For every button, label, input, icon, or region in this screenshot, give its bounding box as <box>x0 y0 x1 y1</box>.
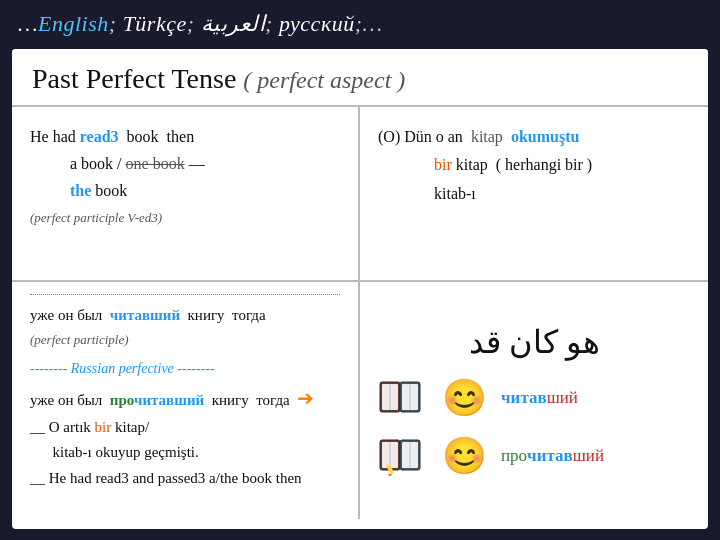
turkish-example: (O) Dün o an kitap okumuştu bir kitap ( … <box>378 123 690 209</box>
lang-english: English <box>38 11 109 36</box>
icon-row-2: 😊 прочитавший <box>378 435 604 477</box>
content-grid: He had read3 book then a book / one book… <box>12 107 708 519</box>
sep4: ;… <box>355 11 383 36</box>
ru-chitavshiy: читавший <box>110 307 180 323</box>
face-icon-1: 😊 <box>442 377 487 419</box>
face-icon-2: 😊 <box>442 435 487 477</box>
bottom-right-cell: هو كان قد 😊 читавший <box>360 282 708 518</box>
english-example: He had read3 book then a book / one book… <box>30 123 340 205</box>
tr-kitap: kitap <box>471 128 503 145</box>
russian-section: уже он был читавший книгу тогда (perfect… <box>30 303 340 491</box>
dotted-line <box>30 294 340 295</box>
icon-label-1: читавший <box>501 388 578 408</box>
the-book: the <box>70 182 91 199</box>
top-left-cell: He had read3 book then a book / one book… <box>12 107 360 283</box>
ru-prochitavshiy: про <box>110 392 134 408</box>
arabic-text: هو كان قد <box>469 323 600 361</box>
title-sub: ( perfect aspect ) <box>243 67 405 93</box>
arrow-icon: ➔ <box>297 387 314 409</box>
tr-okumustu: okumuştu <box>511 128 579 145</box>
book-icons: 😊 читавший <box>378 377 690 477</box>
verb-v3: read3 <box>80 128 119 145</box>
ru-line4: kitab-ı okuyup geçmişti. <box>30 440 340 466</box>
ru-note: (perfect participle) <box>30 329 340 351</box>
lang-russian: русский <box>279 11 355 36</box>
sep1: ; <box>109 11 123 36</box>
ellipsis: … <box>18 11 38 36</box>
ru-line2: уже он был прочитавший книгу тогда ➔ <box>30 381 340 415</box>
strikethrough-text: one book <box>126 155 185 172</box>
tr-bir: bir <box>434 156 452 173</box>
ru-separator: -------- Russian perfective -------- <box>30 357 340 381</box>
bottom-left-cell: уже он был читавший книгу тогда (perfect… <box>12 282 360 518</box>
svg-marker-13 <box>388 474 392 476</box>
ru-chitavshiy2: читавший <box>134 392 204 408</box>
ru-line3: __ O artık bir kitap/ <box>30 415 340 441</box>
book-icon-1 <box>378 378 428 418</box>
icon-label-2: прочитавший <box>501 446 604 466</box>
top-bar: …English; Türkçe; العربية; русский;… <box>0 0 720 49</box>
book-icon-2 <box>378 436 428 476</box>
title-main: Past Perfect Tense <box>32 63 236 94</box>
lang-arabic: العربية <box>201 11 266 36</box>
sep2: ; <box>187 11 201 36</box>
sep3: ; <box>265 11 279 36</box>
ru-line1: уже он был читавший книгу тогда <box>30 303 340 329</box>
tr-bir2: bir <box>95 419 112 435</box>
title-row: Past Perfect Tense ( perfect aspect ) <box>12 49 708 107</box>
ru-line5: __ He had read3 and passed3 a/the book t… <box>30 466 340 492</box>
icon-row-1: 😊 читавший <box>378 377 578 419</box>
participle-note: (perfect participle V-ed3) <box>30 210 340 226</box>
main-container: Past Perfect Tense ( perfect aspect ) He… <box>12 49 708 529</box>
lang-turkce: Türkçe <box>123 11 187 36</box>
top-right-cell: (O) Dün o an kitap okumuştu bir kitap ( … <box>360 107 708 283</box>
